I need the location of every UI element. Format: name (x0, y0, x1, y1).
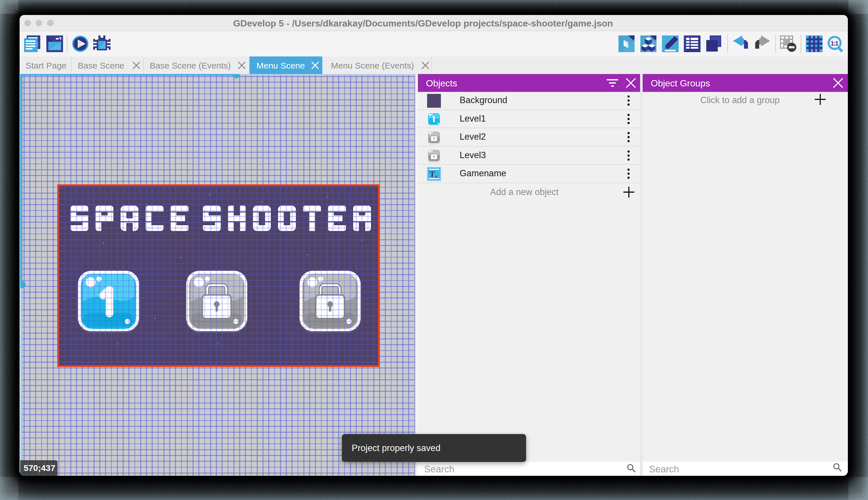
svg-text:x: x (435, 174, 438, 179)
svg-text:1:1: 1:1 (831, 40, 838, 47)
svg-text:T: T (430, 169, 435, 179)
